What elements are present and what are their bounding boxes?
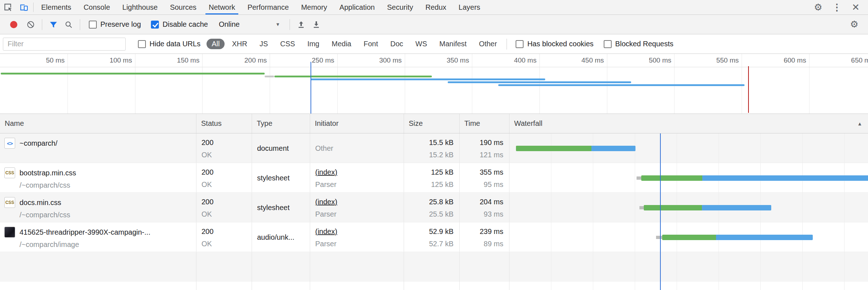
type-filter-ws[interactable]: WS: [411, 39, 432, 49]
requests-body: <>~comparch/200OKdocumentOther15.5 kB15.…: [0, 133, 868, 252]
close-icon[interactable]: ✕: [846, 0, 865, 15]
throttling-value: Online: [219, 20, 240, 29]
name-lines: ~comparch/: [19, 137, 57, 163]
hide-data-urls-label: Hide data URLs: [149, 40, 200, 48]
import-har-icon[interactable]: [294, 17, 309, 32]
column-header-size[interactable]: Size: [404, 114, 460, 133]
network-settings-gear-icon[interactable]: ⚙: [845, 17, 864, 32]
status-code: 200: [201, 196, 252, 208]
tab-elements[interactable]: Elements: [35, 0, 77, 14]
checkbox-checked-icon: [151, 21, 159, 29]
devtools-tab-bar: ElementsConsoleLighthouseSourcesNetworkP…: [0, 0, 868, 15]
overview[interactable]: 50 ms100 ms150 ms200 ms250 ms300 ms350 m…: [0, 54, 868, 114]
status-cell: 200OK: [196, 163, 252, 192]
request-name[interactable]: bootstrap.min.css: [19, 167, 76, 179]
time-value: 239 ms: [460, 225, 503, 238]
tab-sources[interactable]: Sources: [164, 0, 203, 14]
size-value: 25.8 kB: [404, 196, 453, 208]
preserve-log-checkbox[interactable]: Preserve log: [89, 20, 141, 29]
sort-ascending-icon[interactable]: ▲: [857, 121, 862, 127]
ruler-tick-label: 150 ms: [131, 54, 199, 67]
panel-tabs: ElementsConsoleLighthouseSourcesNetworkP…: [35, 0, 486, 14]
column-header-type[interactable]: Type: [252, 114, 310, 133]
request-name[interactable]: ~comparch/: [19, 137, 57, 149]
waterfall-queue-tick: [656, 236, 662, 239]
type-filter-xhr[interactable]: XHR: [227, 39, 252, 49]
column-header-initiator[interactable]: Initiator: [310, 114, 404, 133]
name-cell: CSSbootstrap.min.css/~comparch/css: [0, 163, 196, 192]
waterfall-waiting-bar: [641, 175, 702, 181]
status-code: 200: [201, 136, 252, 149]
initiator-cell: Other: [310, 133, 404, 163]
ruler-tick-label: 250 ms: [266, 54, 334, 67]
tab-bar-actions: ⚙ ⋮ ✕: [809, 0, 868, 15]
waterfall-cell: [509, 222, 868, 252]
initiator-text: Other: [315, 142, 333, 154]
column-header-waterfall[interactable]: Waterfall ▲: [509, 114, 868, 133]
waterfall-download-bar: [716, 235, 813, 240]
type-text: document: [257, 142, 289, 154]
type-filter-css[interactable]: CSS: [275, 39, 300, 49]
table-row[interactable]: <>~comparch/200OKdocumentOther15.5 kB15.…: [0, 133, 868, 163]
more-options-icon[interactable]: ⋮: [828, 0, 846, 15]
request-name[interactable]: docs.min.css: [19, 196, 70, 209]
throttling-select[interactable]: Online ▼: [219, 20, 280, 29]
filter-funnel-icon[interactable]: [46, 17, 61, 32]
inspect-element-icon[interactable]: [0, 0, 16, 15]
type-filter-other[interactable]: Other: [474, 39, 502, 49]
tab-security[interactable]: Security: [381, 0, 419, 14]
initiator-sub: Parser: [315, 238, 404, 250]
time-value: 190 ms: [460, 136, 503, 149]
clear-icon[interactable]: [23, 17, 38, 32]
overview-bar: [311, 78, 545, 80]
type-filter-media[interactable]: Media: [326, 39, 356, 49]
ruler-tick-label: 100 ms: [64, 54, 132, 67]
initiator-link[interactable]: (index): [315, 196, 404, 208]
time-sub: 93 ms: [460, 208, 503, 220]
size-value: 15.5 kB: [404, 136, 453, 149]
initiator-link[interactable]: (index): [315, 225, 404, 238]
filter-input[interactable]: [3, 38, 126, 51]
tab-console[interactable]: Console: [77, 0, 116, 14]
type-cell: audio/unk...: [252, 222, 310, 252]
tab-memory[interactable]: Memory: [295, 0, 333, 14]
disable-cache-checkbox[interactable]: Disable cache: [151, 20, 208, 29]
type-filter-all[interactable]: All: [207, 39, 225, 49]
settings-gear-icon[interactable]: ⚙: [809, 0, 828, 15]
tab-redux[interactable]: Redux: [419, 0, 452, 14]
tab-network[interactable]: Network: [203, 0, 241, 14]
column-header-status[interactable]: Status: [196, 114, 252, 133]
has-blocked-cookies-checkbox[interactable]: Has blocked cookies: [516, 40, 593, 48]
initiator-link[interactable]: (index): [315, 166, 404, 178]
type-filter-manifest[interactable]: Manifest: [434, 39, 472, 49]
table-row[interactable]: 415625-threadripper-3990X-campagin-.../~…: [0, 222, 868, 252]
export-har-icon[interactable]: [309, 17, 324, 32]
waterfall-download-bar: [702, 175, 868, 181]
device-toolbar-icon[interactable]: [16, 0, 32, 15]
table-row[interactable]: CSSdocs.min.css/~comparch/css200OKstyles…: [0, 193, 868, 222]
table-row[interactable]: CSSbootstrap.min.css/~comparch/css200OKs…: [0, 163, 868, 193]
hide-data-urls-checkbox[interactable]: Hide data URLs: [138, 40, 200, 48]
tab-lighthouse[interactable]: Lighthouse: [116, 0, 164, 14]
waterfall-waiting-bar: [644, 205, 702, 210]
blocked-requests-checkbox[interactable]: Blocked Requests: [604, 40, 673, 48]
overview-bar: [265, 76, 274, 77]
tab-layers[interactable]: Layers: [452, 0, 486, 14]
dom-content-loaded-line: [660, 133, 661, 290]
ruler-tick-label: 350 ms: [400, 54, 469, 67]
tab-performance[interactable]: Performance: [241, 0, 295, 14]
type-filter-doc[interactable]: Doc: [385, 39, 408, 49]
record-button[interactable]: [10, 21, 17, 28]
time-sub: 89 ms: [460, 238, 503, 250]
disable-cache-label: Disable cache: [162, 20, 208, 29]
tab-application[interactable]: Application: [333, 0, 381, 14]
initiator-cell: (index)Parser: [310, 193, 404, 222]
type-filter-js[interactable]: JS: [255, 39, 273, 49]
search-icon[interactable]: [61, 17, 76, 32]
column-header-name[interactable]: Name: [0, 114, 196, 133]
type-filter-font[interactable]: Font: [359, 39, 383, 49]
type-filter-img[interactable]: Img: [302, 39, 324, 49]
initiator-cell: (index)Parser: [310, 222, 404, 252]
request-name[interactable]: 415625-threadripper-3990X-campagin-...: [19, 226, 150, 238]
column-header-time[interactable]: Time: [460, 114, 509, 133]
